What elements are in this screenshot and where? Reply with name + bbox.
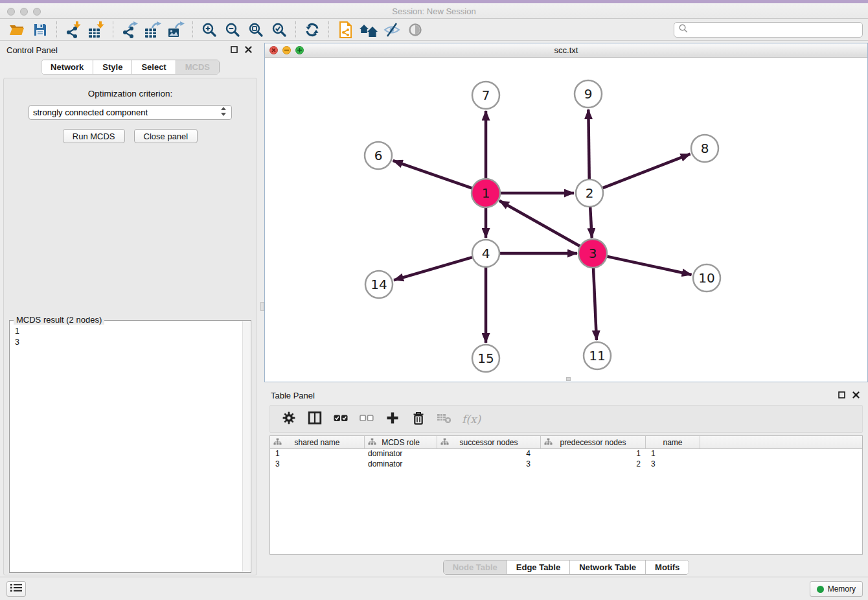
control-panel-tabs: Network Style Select MCDS [0, 60, 260, 75]
checked-boxes-icon [334, 410, 348, 428]
delete-table-button[interactable] [436, 411, 452, 428]
graph-edge-3-11[interactable] [593, 268, 597, 340]
tab-style[interactable]: Style [93, 60, 131, 74]
tab-mcds[interactable]: MCDS [176, 60, 219, 74]
trash-icon [411, 410, 426, 428]
result-scrollbar[interactable] [242, 321, 250, 571]
export-network-button[interactable] [118, 20, 141, 40]
zoom-out-icon [225, 22, 240, 38]
graph-edge-2-3[interactable] [590, 207, 592, 238]
fx-icon: f(x) [462, 413, 481, 426]
save-session-button[interactable] [29, 20, 52, 40]
column-header-successor-nodes[interactable]: successor nodes [437, 436, 541, 448]
tab-network[interactable]: Network [41, 60, 93, 74]
memory-button[interactable]: Memory [810, 581, 863, 597]
column-header-mcds-role[interactable]: MCDS role [365, 436, 437, 448]
table-row[interactable]: 3 dominator 3 2 3 [270, 459, 862, 470]
zoom-in-button[interactable] [198, 20, 221, 40]
global-search-field[interactable] [674, 22, 863, 38]
graph-node-label-4: 4 [482, 246, 490, 261]
import-network-button[interactable] [62, 20, 85, 40]
search-input[interactable] [689, 24, 862, 36]
refresh-view-button[interactable] [301, 20, 324, 40]
deselect-all-button[interactable] [358, 411, 374, 428]
network-window-titlebar[interactable]: scc.txt [265, 43, 867, 58]
table-tabs: Node Table Edge Table Network Table Moti… [264, 560, 868, 575]
import-table-button[interactable] [85, 20, 108, 40]
task-history-button[interactable] [6, 581, 26, 597]
graph-edge-3-10[interactable] [607, 257, 692, 275]
run-mcds-button[interactable]: Run MCDS [63, 129, 125, 143]
plus-icon [385, 410, 400, 428]
float-panel-button[interactable] [228, 44, 240, 56]
zoom-selected-icon [271, 22, 287, 38]
mcds-result-line: 1 [15, 326, 242, 337]
mcds-result-list[interactable]: 1 3 [15, 326, 242, 571]
graph-edge-1-6[interactable] [393, 161, 473, 189]
status-bar: Memory [0, 577, 868, 600]
zoom-out-button[interactable] [221, 20, 244, 40]
hierarchy-icon [440, 438, 449, 448]
export-image-icon [168, 21, 185, 38]
function-builder-button[interactable]: f(x) [462, 411, 481, 428]
graph-node-label-15: 15 [477, 351, 494, 366]
select-all-button[interactable] [332, 411, 348, 428]
export-table-button[interactable] [141, 20, 165, 40]
view-resize-grip[interactable] [566, 377, 571, 381]
hierarchy-icon [544, 438, 553, 448]
stepper-arrows-icon [220, 106, 227, 119]
tab-network-table[interactable]: Network Table [569, 560, 645, 574]
column-header-shared-name[interactable]: shared name [270, 436, 365, 448]
home-icon [359, 22, 378, 38]
float-table-panel-button[interactable] [836, 389, 847, 401]
table-row[interactable]: 1 dominator 4 1 1 [270, 449, 862, 459]
delete-column-button[interactable] [410, 411, 426, 428]
graph-edge-2-8[interactable] [603, 154, 691, 188]
search-icon [678, 23, 689, 36]
show-view-button[interactable] [404, 20, 427, 40]
tab-motifs[interactable]: Motifs [645, 560, 689, 574]
export-image-button[interactable] [165, 20, 188, 40]
toolbar-separator [295, 21, 296, 38]
tab-node-table[interactable]: Node Table [444, 560, 507, 574]
new-network-from-file-icon [337, 21, 353, 38]
close-panel-button[interactable] [242, 44, 254, 56]
zoom-selected-button[interactable] [268, 20, 291, 40]
home-button[interactable] [357, 20, 380, 40]
hierarchy-icon [368, 438, 376, 448]
close-icon [245, 44, 252, 56]
main-toolbar [0, 19, 868, 41]
tab-edge-table[interactable]: Edge Table [507, 560, 569, 574]
close-table-panel-button[interactable] [850, 389, 862, 401]
toolbar-separator [192, 21, 193, 38]
table-settings-button[interactable] [280, 411, 297, 428]
zoom-fit-button[interactable] [244, 20, 268, 40]
create-column-button[interactable] [384, 411, 400, 428]
eye-slash-icon [383, 22, 400, 38]
table-header-row: shared name MCDS role successor nodes pr… [270, 436, 862, 449]
mcds-panel-body: Optimization criterion: strongly connect… [3, 78, 257, 575]
criterion-dropdown[interactable]: strongly connected component [29, 105, 232, 120]
network-canvas[interactable]: 7968124314101511 [265, 58, 867, 382]
column-header-name[interactable]: name [646, 436, 700, 448]
graph-node-label-10: 10 [698, 270, 714, 286]
graph-edge-4-14[interactable] [394, 257, 472, 280]
graph-edge-2-9[interactable] [588, 110, 589, 179]
unchecked-boxes-icon [360, 410, 374, 428]
hide-panel-button[interactable] [380, 20, 404, 40]
import-table-icon [88, 21, 105, 38]
list-icon [10, 583, 22, 595]
graph-node-label-14: 14 [371, 277, 387, 292]
tab-select[interactable]: Select [131, 60, 175, 74]
table-panel: Table Panel [264, 387, 868, 575]
open-session-button[interactable] [5, 20, 29, 40]
window-title: Session: New Session [0, 6, 868, 16]
new-network-from-file-button[interactable] [334, 20, 357, 40]
graph-svg: 7968124314101511 [265, 58, 867, 382]
close-panel-action-button[interactable]: Close panel [134, 129, 198, 143]
node-table: shared name MCDS role successor nodes pr… [269, 435, 863, 555]
column-header-predecessor-nodes[interactable]: predecessor nodes [541, 436, 646, 448]
show-columns-button[interactable] [306, 411, 323, 428]
memory-status-icon [817, 586, 824, 593]
graph-edge-3-1[interactable] [499, 201, 580, 246]
